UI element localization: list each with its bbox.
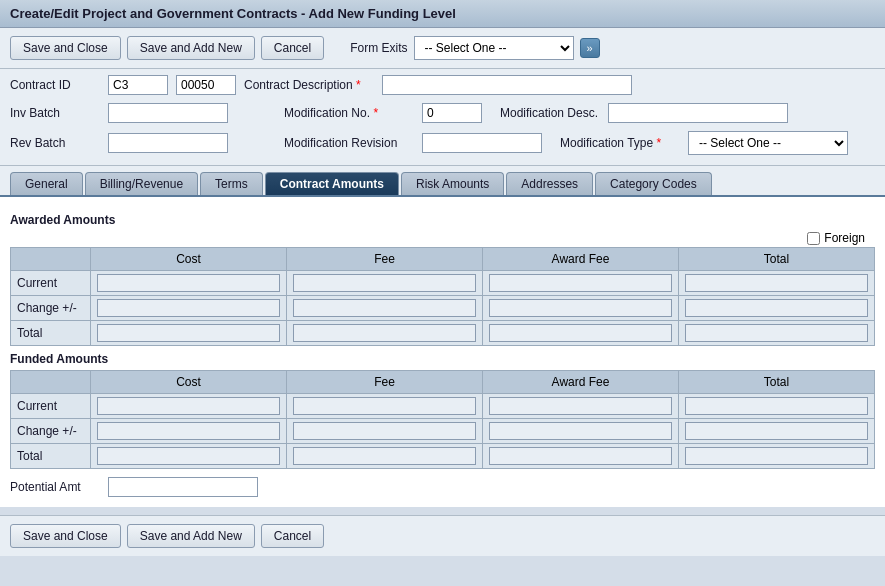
awarded-change-total-input[interactable] xyxy=(685,299,868,317)
tab-contract-amounts[interactable]: Contract Amounts xyxy=(265,172,399,195)
awarded-change-row: Change +/- xyxy=(11,296,875,321)
form-exits-select[interactable]: -- Select One -- xyxy=(414,36,574,60)
foreign-checkbox[interactable] xyxy=(807,232,820,245)
funded-current-total-cell xyxy=(679,394,875,419)
awarded-change-awardfee-input[interactable] xyxy=(489,299,672,317)
awarded-change-fee-input[interactable] xyxy=(293,299,476,317)
tab-risk-amounts[interactable]: Risk Amounts xyxy=(401,172,504,195)
funded-total-row: Total xyxy=(11,444,875,469)
funded-amounts-title: Funded Amounts xyxy=(10,352,875,366)
tab-addresses[interactable]: Addresses xyxy=(506,172,593,195)
awarded-amounts-title: Awarded Amounts xyxy=(10,213,875,227)
funded-total-total-cell xyxy=(679,444,875,469)
funded-change-total-cell xyxy=(679,419,875,444)
top-toolbar: Save and Close Save and Add New Cancel F… xyxy=(0,28,885,69)
potential-amt-input[interactable] xyxy=(108,477,258,497)
funded-change-awardfee-input[interactable] xyxy=(489,422,672,440)
funded-current-cost-input[interactable] xyxy=(97,397,280,415)
awarded-current-row: Current xyxy=(11,271,875,296)
funded-total-fee-input[interactable] xyxy=(293,447,476,465)
awarded-total-cost-cell xyxy=(91,321,287,346)
awarded-current-fee-input[interactable] xyxy=(293,274,476,292)
save-close-button[interactable]: Save and Close xyxy=(10,36,121,60)
mod-desc-label: Modification Desc. xyxy=(500,106,600,120)
funded-total-header: Total xyxy=(679,371,875,394)
awarded-current-total-input[interactable] xyxy=(685,274,868,292)
contract-desc-input[interactable] xyxy=(382,75,632,95)
main-content: Awarded Amounts Foreign Cost Fee Award F… xyxy=(0,197,885,507)
funded-change-fee-cell xyxy=(287,419,483,444)
awarded-total-total-cell xyxy=(679,321,875,346)
funded-total-cost-input[interactable] xyxy=(97,447,280,465)
funded-total-total-input[interactable] xyxy=(685,447,868,465)
funded-current-cost-cell xyxy=(91,394,287,419)
awarded-fee-header: Fee xyxy=(287,248,483,271)
funded-current-fee-input[interactable] xyxy=(293,397,476,415)
mod-desc-input[interactable] xyxy=(608,103,788,123)
page-title: Create/Edit Project and Government Contr… xyxy=(0,0,885,28)
awarded-amounts-table: Cost Fee Award Fee Total Current Change … xyxy=(10,247,875,346)
funded-current-label: Current xyxy=(11,394,91,419)
form-exits-label: Form Exits xyxy=(350,41,407,55)
inv-batch-row: Inv Batch Modification No. * Modificatio… xyxy=(10,103,875,123)
tab-terms[interactable]: Terms xyxy=(200,172,263,195)
funded-change-cost-input[interactable] xyxy=(97,422,280,440)
funded-current-fee-cell xyxy=(287,394,483,419)
contract-id-input1[interactable] xyxy=(108,75,168,95)
foreign-checkbox-label[interactable]: Foreign xyxy=(807,231,865,245)
awarded-total-awardfee-cell xyxy=(483,321,679,346)
awarded-total-label: Total xyxy=(11,321,91,346)
awarded-total-total-input[interactable] xyxy=(685,324,868,342)
mod-type-label: Modification Type * xyxy=(560,136,680,150)
awarded-total-awardfee-input[interactable] xyxy=(489,324,672,342)
funded-current-total-input[interactable] xyxy=(685,397,868,415)
awarded-total-row: Total xyxy=(11,321,875,346)
funded-total-awardfee-input[interactable] xyxy=(489,447,672,465)
bottom-cancel-button[interactable]: Cancel xyxy=(261,524,324,548)
awarded-change-awardfee-cell xyxy=(483,296,679,321)
inv-batch-input[interactable] xyxy=(108,103,228,123)
tab-general[interactable]: General xyxy=(10,172,83,195)
bottom-save-close-button[interactable]: Save and Close xyxy=(10,524,121,548)
cancel-button[interactable]: Cancel xyxy=(261,36,324,60)
funded-current-awardfee-input[interactable] xyxy=(489,397,672,415)
funded-change-label: Change +/- xyxy=(11,419,91,444)
awarded-current-fee-cell xyxy=(287,271,483,296)
funded-current-awardfee-cell xyxy=(483,394,679,419)
funded-cost-header: Cost xyxy=(91,371,287,394)
tab-category-codes[interactable]: Category Codes xyxy=(595,172,712,195)
funded-change-awardfee-cell xyxy=(483,419,679,444)
awarded-total-header: Total xyxy=(679,248,875,271)
mod-no-input[interactable] xyxy=(422,103,482,123)
mod-type-select[interactable]: -- Select One -- xyxy=(688,131,848,155)
awarded-change-cost-input[interactable] xyxy=(97,299,280,317)
awarded-current-cost-cell xyxy=(91,271,287,296)
funded-award-fee-header: Award Fee xyxy=(483,371,679,394)
awarded-total-cost-input[interactable] xyxy=(97,324,280,342)
awarded-cost-header: Cost xyxy=(91,248,287,271)
funded-change-fee-input[interactable] xyxy=(293,422,476,440)
rev-batch-input[interactable] xyxy=(108,133,228,153)
bottom-save-add-new-button[interactable]: Save and Add New xyxy=(127,524,255,548)
funded-total-awardfee-cell xyxy=(483,444,679,469)
go-arrow-button[interactable]: » xyxy=(580,38,600,58)
save-add-new-button[interactable]: Save and Add New xyxy=(127,36,255,60)
contract-desc-label: Contract Description * xyxy=(244,78,374,92)
contract-id-input2[interactable] xyxy=(176,75,236,95)
potential-amt-label: Potential Amt xyxy=(10,480,100,494)
awarded-current-awardfee-input[interactable] xyxy=(489,274,672,292)
mod-revision-label: Modification Revision xyxy=(284,136,414,150)
funded-fee-header: Fee xyxy=(287,371,483,394)
mod-revision-input[interactable] xyxy=(422,133,542,153)
mod-no-label: Modification No. * xyxy=(284,106,414,120)
awarded-total-fee-input[interactable] xyxy=(293,324,476,342)
rev-batch-row: Rev Batch Modification Revision Modifica… xyxy=(10,131,875,155)
inv-batch-label: Inv Batch xyxy=(10,106,100,120)
awarded-current-total-cell xyxy=(679,271,875,296)
awarded-change-total-cell xyxy=(679,296,875,321)
tab-billing-revenue[interactable]: Billing/Revenue xyxy=(85,172,198,195)
awarded-award-fee-header: Award Fee xyxy=(483,248,679,271)
funded-change-total-input[interactable] xyxy=(685,422,868,440)
awarded-current-cost-input[interactable] xyxy=(97,274,280,292)
foreign-row: Foreign xyxy=(10,231,875,245)
